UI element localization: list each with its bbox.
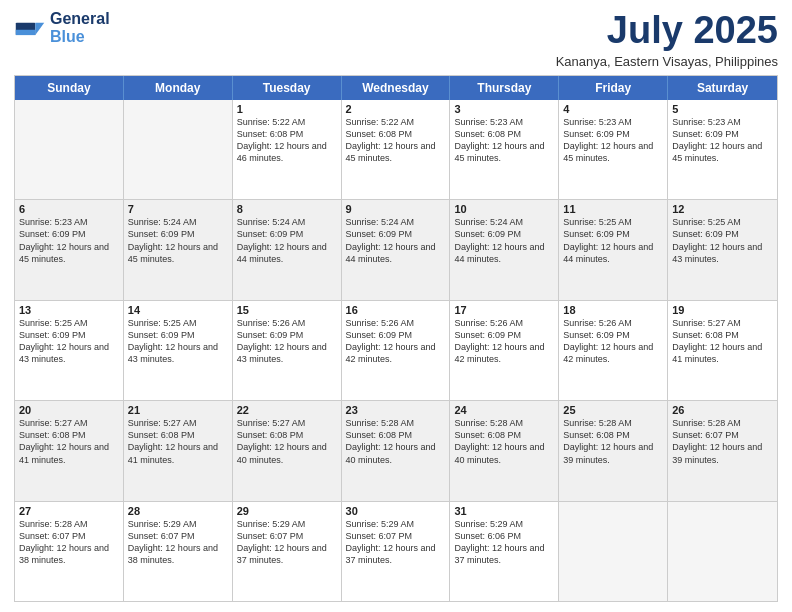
cell-info: Sunrise: 5:28 AM Sunset: 6:08 PM Dayligh… bbox=[346, 417, 446, 466]
calendar-cell: 4Sunrise: 5:23 AM Sunset: 6:09 PM Daylig… bbox=[559, 100, 668, 199]
day-number: 10 bbox=[454, 203, 554, 215]
calendar-cell: 25Sunrise: 5:28 AM Sunset: 6:08 PM Dayli… bbox=[559, 401, 668, 500]
day-number: 14 bbox=[128, 304, 228, 316]
day-number: 13 bbox=[19, 304, 119, 316]
cell-info: Sunrise: 5:29 AM Sunset: 6:07 PM Dayligh… bbox=[346, 518, 446, 567]
cell-info: Sunrise: 5:28 AM Sunset: 6:07 PM Dayligh… bbox=[672, 417, 773, 466]
day-number: 20 bbox=[19, 404, 119, 416]
cell-info: Sunrise: 5:22 AM Sunset: 6:08 PM Dayligh… bbox=[237, 116, 337, 165]
calendar-header-day: Friday bbox=[559, 76, 668, 100]
calendar-cell: 8Sunrise: 5:24 AM Sunset: 6:09 PM Daylig… bbox=[233, 200, 342, 299]
calendar-header-day: Wednesday bbox=[342, 76, 451, 100]
day-number: 11 bbox=[563, 203, 663, 215]
cell-info: Sunrise: 5:27 AM Sunset: 6:08 PM Dayligh… bbox=[19, 417, 119, 466]
calendar-cell: 26Sunrise: 5:28 AM Sunset: 6:07 PM Dayli… bbox=[668, 401, 777, 500]
day-number: 22 bbox=[237, 404, 337, 416]
cell-info: Sunrise: 5:28 AM Sunset: 6:07 PM Dayligh… bbox=[19, 518, 119, 567]
calendar-row: 13Sunrise: 5:25 AM Sunset: 6:09 PM Dayli… bbox=[15, 301, 777, 401]
day-number: 12 bbox=[672, 203, 773, 215]
calendar-cell: 16Sunrise: 5:26 AM Sunset: 6:09 PM Dayli… bbox=[342, 301, 451, 400]
day-number: 9 bbox=[346, 203, 446, 215]
cell-info: Sunrise: 5:25 AM Sunset: 6:09 PM Dayligh… bbox=[19, 317, 119, 366]
calendar-cell: 9Sunrise: 5:24 AM Sunset: 6:09 PM Daylig… bbox=[342, 200, 451, 299]
calendar-header-day: Thursday bbox=[450, 76, 559, 100]
calendar-cell: 29Sunrise: 5:29 AM Sunset: 6:07 PM Dayli… bbox=[233, 502, 342, 601]
calendar-cell: 13Sunrise: 5:25 AM Sunset: 6:09 PM Dayli… bbox=[15, 301, 124, 400]
day-number: 30 bbox=[346, 505, 446, 517]
day-number: 4 bbox=[563, 103, 663, 115]
cell-info: Sunrise: 5:29 AM Sunset: 6:06 PM Dayligh… bbox=[454, 518, 554, 567]
cell-info: Sunrise: 5:29 AM Sunset: 6:07 PM Dayligh… bbox=[128, 518, 228, 567]
logo: General Blue bbox=[14, 10, 110, 45]
title-block: July 2025 Kananya, Eastern Visayas, Phil… bbox=[556, 10, 778, 69]
cell-info: Sunrise: 5:25 AM Sunset: 6:09 PM Dayligh… bbox=[563, 216, 663, 265]
cell-info: Sunrise: 5:27 AM Sunset: 6:08 PM Dayligh… bbox=[672, 317, 773, 366]
logo-text: General Blue bbox=[50, 10, 110, 45]
cell-info: Sunrise: 5:24 AM Sunset: 6:09 PM Dayligh… bbox=[128, 216, 228, 265]
calendar-cell: 15Sunrise: 5:26 AM Sunset: 6:09 PM Dayli… bbox=[233, 301, 342, 400]
day-number: 17 bbox=[454, 304, 554, 316]
subtitle: Kananya, Eastern Visayas, Philippines bbox=[556, 54, 778, 69]
cell-info: Sunrise: 5:23 AM Sunset: 6:09 PM Dayligh… bbox=[19, 216, 119, 265]
day-number: 24 bbox=[454, 404, 554, 416]
cell-info: Sunrise: 5:23 AM Sunset: 6:09 PM Dayligh… bbox=[672, 116, 773, 165]
day-number: 28 bbox=[128, 505, 228, 517]
day-number: 16 bbox=[346, 304, 446, 316]
calendar-cell: 7Sunrise: 5:24 AM Sunset: 6:09 PM Daylig… bbox=[124, 200, 233, 299]
calendar-cell: 17Sunrise: 5:26 AM Sunset: 6:09 PM Dayli… bbox=[450, 301, 559, 400]
cell-info: Sunrise: 5:25 AM Sunset: 6:09 PM Dayligh… bbox=[128, 317, 228, 366]
page: General Blue July 2025 Kananya, Eastern … bbox=[0, 0, 792, 612]
day-number: 26 bbox=[672, 404, 773, 416]
day-number: 5 bbox=[672, 103, 773, 115]
calendar-header: SundayMondayTuesdayWednesdayThursdayFrid… bbox=[15, 76, 777, 100]
day-number: 3 bbox=[454, 103, 554, 115]
day-number: 1 bbox=[237, 103, 337, 115]
day-number: 27 bbox=[19, 505, 119, 517]
calendar-cell: 19Sunrise: 5:27 AM Sunset: 6:08 PM Dayli… bbox=[668, 301, 777, 400]
cell-info: Sunrise: 5:27 AM Sunset: 6:08 PM Dayligh… bbox=[237, 417, 337, 466]
calendar-cell: 23Sunrise: 5:28 AM Sunset: 6:08 PM Dayli… bbox=[342, 401, 451, 500]
calendar-cell: 27Sunrise: 5:28 AM Sunset: 6:07 PM Dayli… bbox=[15, 502, 124, 601]
day-number: 2 bbox=[346, 103, 446, 115]
svg-rect-2 bbox=[16, 29, 36, 34]
calendar-header-day: Sunday bbox=[15, 76, 124, 100]
calendar-cell: 2Sunrise: 5:22 AM Sunset: 6:08 PM Daylig… bbox=[342, 100, 451, 199]
calendar-row: 6Sunrise: 5:23 AM Sunset: 6:09 PM Daylig… bbox=[15, 200, 777, 300]
calendar-header-day: Saturday bbox=[668, 76, 777, 100]
calendar-cell: 11Sunrise: 5:25 AM Sunset: 6:09 PM Dayli… bbox=[559, 200, 668, 299]
day-number: 18 bbox=[563, 304, 663, 316]
cell-info: Sunrise: 5:24 AM Sunset: 6:09 PM Dayligh… bbox=[346, 216, 446, 265]
calendar-cell: 10Sunrise: 5:24 AM Sunset: 6:09 PM Dayli… bbox=[450, 200, 559, 299]
cell-info: Sunrise: 5:26 AM Sunset: 6:09 PM Dayligh… bbox=[237, 317, 337, 366]
calendar-cell: 22Sunrise: 5:27 AM Sunset: 6:08 PM Dayli… bbox=[233, 401, 342, 500]
day-number: 29 bbox=[237, 505, 337, 517]
calendar-cell: 24Sunrise: 5:28 AM Sunset: 6:08 PM Dayli… bbox=[450, 401, 559, 500]
cell-info: Sunrise: 5:26 AM Sunset: 6:09 PM Dayligh… bbox=[454, 317, 554, 366]
day-number: 25 bbox=[563, 404, 663, 416]
calendar-cell: 30Sunrise: 5:29 AM Sunset: 6:07 PM Dayli… bbox=[342, 502, 451, 601]
logo-icon bbox=[14, 12, 46, 44]
calendar-header-day: Tuesday bbox=[233, 76, 342, 100]
calendar-cell bbox=[668, 502, 777, 601]
day-number: 19 bbox=[672, 304, 773, 316]
day-number: 21 bbox=[128, 404, 228, 416]
cell-info: Sunrise: 5:27 AM Sunset: 6:08 PM Dayligh… bbox=[128, 417, 228, 466]
cell-info: Sunrise: 5:24 AM Sunset: 6:09 PM Dayligh… bbox=[237, 216, 337, 265]
calendar-cell bbox=[15, 100, 124, 199]
day-number: 8 bbox=[237, 203, 337, 215]
cell-info: Sunrise: 5:29 AM Sunset: 6:07 PM Dayligh… bbox=[237, 518, 337, 567]
day-number: 23 bbox=[346, 404, 446, 416]
cell-info: Sunrise: 5:24 AM Sunset: 6:09 PM Dayligh… bbox=[454, 216, 554, 265]
day-number: 6 bbox=[19, 203, 119, 215]
calendar-cell bbox=[124, 100, 233, 199]
calendar-cell: 21Sunrise: 5:27 AM Sunset: 6:08 PM Dayli… bbox=[124, 401, 233, 500]
calendar-cell: 3Sunrise: 5:23 AM Sunset: 6:08 PM Daylig… bbox=[450, 100, 559, 199]
day-number: 31 bbox=[454, 505, 554, 517]
cell-info: Sunrise: 5:23 AM Sunset: 6:09 PM Dayligh… bbox=[563, 116, 663, 165]
calendar-cell: 6Sunrise: 5:23 AM Sunset: 6:09 PM Daylig… bbox=[15, 200, 124, 299]
cell-info: Sunrise: 5:25 AM Sunset: 6:09 PM Dayligh… bbox=[672, 216, 773, 265]
cell-info: Sunrise: 5:22 AM Sunset: 6:08 PM Dayligh… bbox=[346, 116, 446, 165]
calendar-cell: 12Sunrise: 5:25 AM Sunset: 6:09 PM Dayli… bbox=[668, 200, 777, 299]
cell-info: Sunrise: 5:28 AM Sunset: 6:08 PM Dayligh… bbox=[454, 417, 554, 466]
calendar-cell: 31Sunrise: 5:29 AM Sunset: 6:06 PM Dayli… bbox=[450, 502, 559, 601]
